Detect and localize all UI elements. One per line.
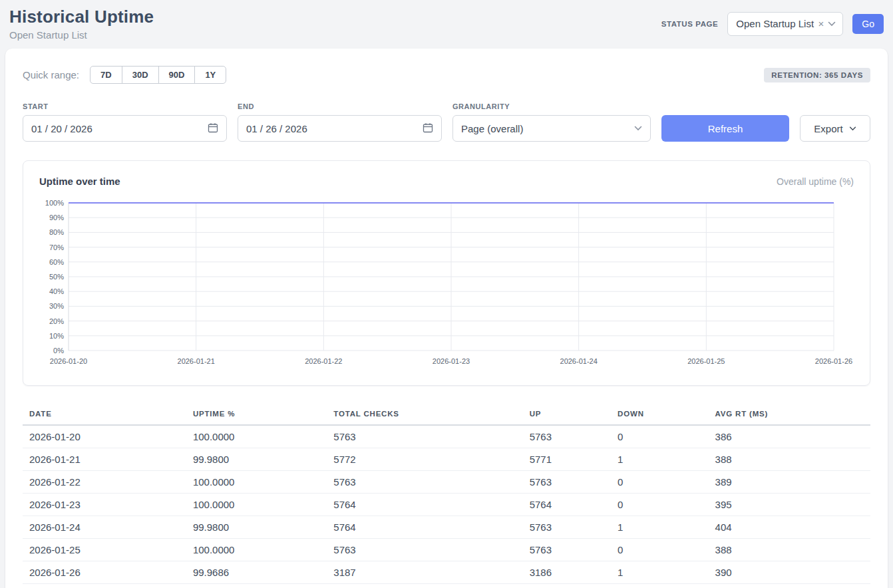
end-date-value: 01 / 26 / 2026 xyxy=(246,123,307,134)
table-row: 2026-01-2699.9686318731861390 xyxy=(23,561,870,584)
svg-text:2026-01-26: 2026-01-26 xyxy=(815,357,852,365)
svg-text:10%: 10% xyxy=(49,332,64,340)
svg-text:2026-01-24: 2026-01-24 xyxy=(560,357,598,365)
status-page-select[interactable]: Open Startup List × xyxy=(727,12,843,36)
table-body: 2026-01-20100.00005763576303862026-01-21… xyxy=(23,425,870,584)
main-card: Quick range: 7D30D90D1Y RETENTION: 365 D… xyxy=(5,49,888,588)
granularity-field: GRANULARITY Page (overall) xyxy=(452,102,651,142)
column-header: AVG RT (MS) xyxy=(709,403,870,425)
status-page-label: STATUS PAGE xyxy=(661,20,719,28)
svg-text:0%: 0% xyxy=(53,347,64,355)
svg-text:2026-01-23: 2026-01-23 xyxy=(433,357,470,365)
end-date-field: END 01 / 26 / 2026 xyxy=(238,102,442,142)
svg-text:40%: 40% xyxy=(49,287,64,295)
export-button[interactable]: Export xyxy=(800,115,870,142)
svg-text:70%: 70% xyxy=(49,243,64,251)
chevron-down-icon xyxy=(828,21,836,27)
svg-text:80%: 80% xyxy=(49,228,64,236)
quick-range-group: 7D30D90D1Y xyxy=(90,66,226,84)
uptime-chart-card: Uptime over time Overall uptime (%) 0%10… xyxy=(23,160,870,386)
calendar-icon[interactable] xyxy=(208,122,218,135)
granularity-label: GRANULARITY xyxy=(452,102,651,110)
svg-text:90%: 90% xyxy=(49,214,64,221)
start-date-input[interactable]: 01 / 20 / 2026 xyxy=(23,115,227,142)
granularity-value: Page (overall) xyxy=(461,123,523,134)
page-subtitle: Open Startup List xyxy=(9,29,154,41)
end-date-label: END xyxy=(238,102,442,110)
granularity-select[interactable]: Page (overall) xyxy=(452,115,651,142)
table-row: 2026-01-25100.0000576357630388 xyxy=(23,539,870,561)
title-block: Historical Uptime Open Startup List xyxy=(9,7,154,41)
topbar: Historical Uptime Open Startup List STAT… xyxy=(0,0,893,47)
start-date-field: START 01 / 20 / 2026 xyxy=(23,102,227,142)
quick-range-label: Quick range: xyxy=(23,69,79,80)
go-button[interactable]: Go xyxy=(852,14,884,34)
column-header: UP xyxy=(523,403,611,425)
column-header: DOWN xyxy=(611,403,709,425)
column-header: DATE xyxy=(23,403,186,425)
filter-form-row: START 01 / 20 / 2026 END 01 / 26 / 2026 … xyxy=(23,102,870,142)
refresh-button[interactable]: Refresh xyxy=(661,115,789,142)
start-date-value: 01 / 20 / 2026 xyxy=(31,123,92,134)
svg-text:2026-01-25: 2026-01-25 xyxy=(687,357,725,365)
quick-range-1y[interactable]: 1Y xyxy=(194,66,226,84)
svg-text:20%: 20% xyxy=(49,317,64,325)
quick-range-7d[interactable]: 7D xyxy=(90,66,122,84)
status-page-value: Open Startup List xyxy=(736,18,814,29)
chevron-down-icon xyxy=(634,126,642,131)
quick-range-30d[interactable]: 30D xyxy=(122,66,159,84)
table-header-row: DATEUPTIME %TOTAL CHECKSUPDOWNAVG RT (MS… xyxy=(23,403,870,425)
chart-legend: Overall uptime (%) xyxy=(777,176,854,187)
svg-text:30%: 30% xyxy=(49,302,64,310)
chevron-down-icon xyxy=(849,126,856,131)
export-button-label: Export xyxy=(814,123,842,134)
table-row: 2026-01-2499.9800576457631404 xyxy=(23,516,870,539)
clear-icon[interactable]: × xyxy=(818,19,824,29)
quick-range-row: Quick range: 7D30D90D1Y RETENTION: 365 D… xyxy=(23,66,870,84)
topbar-right: STATUS PAGE Open Startup List × Go xyxy=(661,12,884,36)
table-row: 2026-01-20100.0000576357630386 xyxy=(23,425,870,448)
column-header: TOTAL CHECKS xyxy=(327,403,522,425)
svg-text:2026-01-20: 2026-01-20 xyxy=(50,357,87,365)
table-row: 2026-01-23100.0000576457640395 xyxy=(23,494,870,516)
svg-text:50%: 50% xyxy=(49,273,64,281)
svg-text:2026-01-22: 2026-01-22 xyxy=(305,357,342,365)
svg-text:100%: 100% xyxy=(45,199,64,207)
page-title: Historical Uptime xyxy=(9,7,154,27)
end-date-input[interactable]: 01 / 26 / 2026 xyxy=(238,115,442,142)
calendar-icon[interactable] xyxy=(423,122,433,135)
quick-range-90d[interactable]: 90D xyxy=(158,66,196,84)
svg-text:60%: 60% xyxy=(49,258,64,266)
chart-header: Uptime over time Overall uptime (%) xyxy=(39,176,854,187)
start-date-label: START xyxy=(23,102,227,110)
uptime-table: DATEUPTIME %TOTAL CHECKSUPDOWNAVG RT (MS… xyxy=(23,403,870,584)
table-row: 2026-01-2199.9800577257711388 xyxy=(23,448,870,471)
chart-title: Uptime over time xyxy=(39,176,120,187)
table-row: 2026-01-22100.0000576357630389 xyxy=(23,471,870,494)
column-header: UPTIME % xyxy=(186,403,327,425)
retention-badge: RETENTION: 365 DAYS xyxy=(764,68,870,82)
uptime-chart: 0%10%20%30%40%50%60%70%80%90%100%2026-01… xyxy=(39,195,854,374)
svg-text:2026-01-21: 2026-01-21 xyxy=(178,357,215,365)
